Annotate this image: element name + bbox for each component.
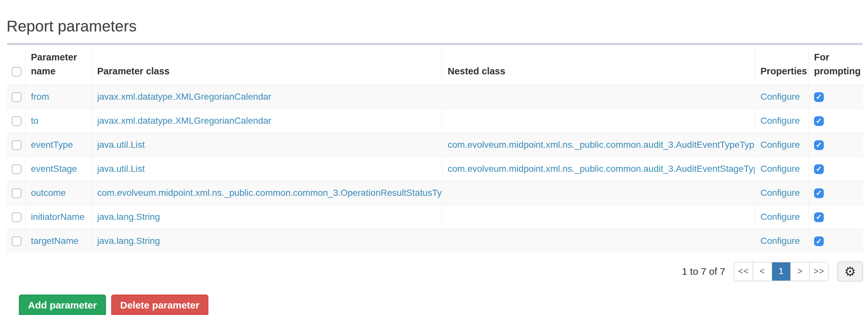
parameter-class-text: java.util.List xyxy=(97,164,145,174)
row-select-cell xyxy=(6,109,25,133)
for-prompting-checkbox[interactable]: ✓ xyxy=(814,92,824,102)
for-prompting-checkbox[interactable]: ✓ xyxy=(814,236,824,246)
parameter-name-link[interactable]: initiatorName xyxy=(31,212,85,222)
first-page-button[interactable]: << xyxy=(734,262,752,281)
column-header-properties: Properties xyxy=(755,45,808,85)
for-prompting-cell: ✓ xyxy=(808,85,863,109)
configure-link[interactable]: Configure xyxy=(761,164,800,174)
row-checkbox[interactable] xyxy=(12,212,22,222)
select-all-header-cell xyxy=(6,45,25,85)
configure-link[interactable]: Configure xyxy=(761,188,800,198)
select-all-checkbox[interactable] xyxy=(12,67,22,77)
parameter-name-cell: eventType xyxy=(25,133,92,157)
table-row: eventType java.util.List com.evolveum.mi… xyxy=(6,133,863,157)
parameter-class-text: java.util.List xyxy=(97,140,145,150)
for-prompting-checkbox[interactable]: ✓ xyxy=(814,212,824,222)
for-prompting-cell: ✓ xyxy=(808,133,863,157)
parameter-name-link[interactable]: eventType xyxy=(31,140,73,150)
nested-class-cell: com.evolveum.midpoint.xml.ns._public.com… xyxy=(442,133,755,157)
row-select-cell xyxy=(6,85,25,109)
parameter-name-link[interactable]: to xyxy=(31,116,38,126)
parameter-class-text: java.lang.String xyxy=(97,236,160,246)
row-checkbox[interactable] xyxy=(12,140,22,150)
column-header-parameter-class: Parameter class xyxy=(92,45,442,85)
nested-class-cell xyxy=(442,205,755,229)
row-checkbox[interactable] xyxy=(12,116,22,126)
page-title: Report parameters xyxy=(6,17,868,36)
table-row: initiatorName java.lang.String Configure… xyxy=(6,205,863,229)
properties-cell: Configure xyxy=(755,205,808,229)
parameter-class-cell: java.util.List xyxy=(92,133,442,157)
row-checkbox[interactable] xyxy=(12,188,22,198)
parameter-class-cell: java.lang.String xyxy=(92,205,442,229)
nested-class-text: com.evolveum.midpoint.xml.ns._public.com… xyxy=(448,140,755,150)
parameter-name-link[interactable]: targetName xyxy=(31,236,79,246)
for-prompting-cell: ✓ xyxy=(808,157,863,181)
for-prompting-cell: ✓ xyxy=(808,181,863,205)
prev-page-button[interactable]: < xyxy=(752,262,771,281)
parameter-name-cell: targetName xyxy=(25,229,92,253)
parameter-name-link[interactable]: outcome xyxy=(31,188,66,198)
row-select-cell xyxy=(6,133,25,157)
parameter-class-text: javax.xml.datatype.XMLGregorianCalendar xyxy=(97,92,271,102)
row-select-cell xyxy=(6,157,25,181)
parameter-class-text: javax.xml.datatype.XMLGregorianCalendar xyxy=(97,116,271,126)
row-select-cell xyxy=(6,205,25,229)
parameter-name-cell: to xyxy=(25,109,92,133)
configure-link[interactable]: Configure xyxy=(761,140,800,150)
last-page-button[interactable]: >> xyxy=(809,262,828,281)
table-row: to javax.xml.datatype.XMLGregorianCalend… xyxy=(6,109,863,133)
page-1-button[interactable]: 1 xyxy=(771,262,790,281)
parameter-class-cell: javax.xml.datatype.XMLGregorianCalendar xyxy=(92,85,442,109)
for-prompting-checkbox[interactable]: ✓ xyxy=(814,164,824,174)
configure-link[interactable]: Configure xyxy=(761,116,800,126)
row-checkbox[interactable] xyxy=(12,164,22,174)
delete-parameter-button[interactable]: Delete parameter xyxy=(111,294,208,315)
add-parameter-button[interactable]: Add parameter xyxy=(19,294,106,315)
properties-cell: Configure xyxy=(755,181,808,205)
gear-icon: ⚙ xyxy=(844,265,856,278)
table-row: outcome com.evolveum.midpoint.xml.ns._pu… xyxy=(6,181,863,205)
for-prompting-checkbox[interactable]: ✓ xyxy=(814,116,824,126)
parameter-name-cell: from xyxy=(25,85,92,109)
parameter-name-cell: outcome xyxy=(25,181,92,205)
parameter-class-cell: com.evolveum.midpoint.xml.ns._public.com… xyxy=(92,181,442,205)
parameter-class-cell: java.util.List xyxy=(92,157,442,181)
for-prompting-checkbox[interactable]: ✓ xyxy=(814,188,824,198)
parameters-table-box: Parameter name Parameter class Nested cl… xyxy=(6,43,863,282)
row-select-cell xyxy=(6,229,25,253)
parameters-table: Parameter name Parameter class Nested cl… xyxy=(6,45,863,253)
nested-class-cell xyxy=(442,109,755,133)
configure-link[interactable]: Configure xyxy=(761,212,800,222)
parameter-class-cell: java.lang.String xyxy=(92,229,442,253)
row-checkbox[interactable] xyxy=(12,236,22,246)
column-header-nested-class: Nested class xyxy=(442,45,755,85)
paging-summary: 1 to 7 of 7 xyxy=(682,266,725,277)
configure-link[interactable]: Configure xyxy=(761,92,800,102)
nested-class-cell: com.evolveum.midpoint.xml.ns._public.com… xyxy=(442,157,755,181)
properties-cell: Configure xyxy=(755,157,808,181)
nested-class-cell xyxy=(442,229,755,253)
parameter-class-text: com.evolveum.midpoint.xml.ns._public.com… xyxy=(97,188,442,198)
report-parameters-page: Report parameters Parameter name Paramet… xyxy=(0,0,868,315)
row-checkbox[interactable] xyxy=(12,92,22,102)
properties-cell: Configure xyxy=(755,133,808,157)
actions-bar: Add parameter Delete parameter xyxy=(19,294,868,315)
for-prompting-checkbox[interactable]: ✓ xyxy=(814,140,824,150)
parameter-name-cell: initiatorName xyxy=(25,205,92,229)
nested-class-cell xyxy=(442,181,755,205)
for-prompting-cell: ✓ xyxy=(808,109,863,133)
parameter-name-link[interactable]: eventStage xyxy=(31,164,77,174)
for-prompting-cell: ✓ xyxy=(808,205,863,229)
configure-link[interactable]: Configure xyxy=(761,236,800,246)
next-page-button[interactable]: > xyxy=(790,262,809,281)
paging-settings-button[interactable]: ⚙ xyxy=(837,261,863,282)
column-header-for-prompting: For prompting xyxy=(808,45,863,85)
for-prompting-cell: ✓ xyxy=(808,229,863,253)
table-row: targetName java.lang.String Configure ✓ xyxy=(6,229,863,253)
nested-class-text: com.evolveum.midpoint.xml.ns._public.com… xyxy=(448,164,755,174)
table-header-row: Parameter name Parameter class Nested cl… xyxy=(6,45,863,85)
parameter-name-cell: eventStage xyxy=(25,157,92,181)
parameter-class-cell: javax.xml.datatype.XMLGregorianCalendar xyxy=(92,109,442,133)
parameter-name-link[interactable]: from xyxy=(31,92,49,102)
